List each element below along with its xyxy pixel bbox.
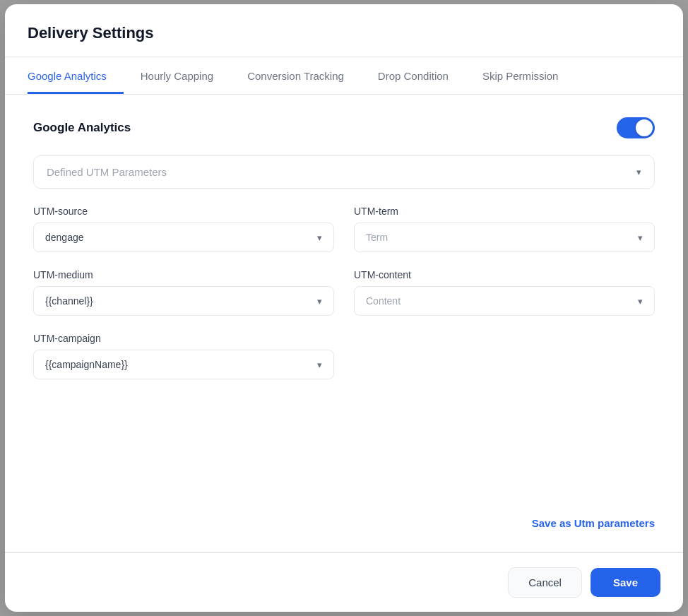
utm-medium-value: {{channel}}	[45, 295, 93, 307]
section-header: Google Analytics	[33, 117, 655, 138]
utm-content-group: UTM-content Content ▾	[354, 269, 655, 316]
utm-campaign-value: {{campaignName}}	[45, 359, 128, 370]
utm-term-group: UTM-term Term ▾	[354, 206, 655, 252]
utm-source-group: UTM-source dengage ▾	[33, 206, 334, 252]
chevron-down-icon: ▾	[638, 296, 643, 307]
tab-drop-condition[interactable]: Drop Condition	[361, 57, 465, 94]
tab-google-analytics[interactable]: Google Analytics	[28, 57, 124, 94]
modal-body: Google Analytics Defined UTM Parameters …	[5, 95, 683, 552]
body-spacer	[33, 396, 655, 494]
tab-hourly-capping[interactable]: Hourly Capping	[124, 57, 230, 94]
utm-campaign-group: UTM-campaign {{campaignName}} ▾	[33, 333, 334, 379]
utm-content-placeholder: Content	[366, 295, 401, 307]
chevron-down-icon: ▾	[636, 167, 641, 177]
utm-content-dropdown[interactable]: Content ▾	[354, 286, 655, 316]
utm-medium-label: UTM-medium	[33, 269, 334, 280]
cancel-button[interactable]: Cancel	[508, 567, 582, 598]
utm-content-label: UTM-content	[354, 269, 655, 280]
utm-row-1: UTM-source dengage ▾ UTM-term Term ▾	[33, 206, 655, 252]
utm-row-2: UTM-medium {{channel}} ▾ UTM-content Con…	[33, 269, 655, 316]
utm-source-value: dengage	[45, 232, 84, 243]
utm-campaign-label: UTM-campaign	[33, 333, 334, 344]
utm-term-label: UTM-term	[354, 206, 655, 217]
utm-term-placeholder: Term	[366, 232, 388, 243]
chevron-down-icon: ▾	[638, 232, 643, 243]
modal-title: Delivery Settings	[28, 24, 660, 42]
save-button[interactable]: Save	[591, 568, 660, 597]
defined-utm-placeholder: Defined UTM Parameters	[47, 166, 167, 178]
section-title: Google Analytics	[33, 121, 131, 135]
utm-row-3: UTM-campaign {{campaignName}} ▾	[33, 333, 655, 379]
modal-header: Delivery Settings	[5, 4, 683, 57]
defined-utm-dropdown[interactable]: Defined UTM Parameters ▾	[33, 155, 655, 189]
utm-campaign-dropdown[interactable]: {{campaignName}} ▾	[33, 350, 334, 379]
chevron-down-icon: ▾	[317, 360, 322, 370]
google-analytics-toggle[interactable]	[617, 117, 655, 138]
delivery-settings-modal: Delivery Settings Google Analytics Hourl…	[5, 4, 683, 612]
chevron-down-icon: ▾	[317, 232, 322, 243]
utm-medium-group: UTM-medium {{channel}} ▾	[33, 269, 334, 316]
tab-conversion-tracking[interactable]: Conversion Tracking	[230, 57, 361, 94]
toggle-knob	[636, 119, 653, 136]
tab-bar: Google Analytics Hourly Capping Conversi…	[5, 57, 683, 95]
tab-skip-permission[interactable]: Skip Permission	[465, 57, 576, 94]
utm-source-label: UTM-source	[33, 206, 334, 217]
save-utm-button[interactable]: Save as Utm parameters	[33, 511, 655, 535]
utm-medium-dropdown[interactable]: {{channel}} ▾	[33, 286, 334, 316]
chevron-down-icon: ▾	[317, 296, 322, 307]
utm-term-dropdown[interactable]: Term ▾	[354, 223, 655, 252]
utm-source-dropdown[interactable]: dengage ▾	[33, 223, 334, 252]
modal-footer: Cancel Save	[5, 552, 683, 612]
